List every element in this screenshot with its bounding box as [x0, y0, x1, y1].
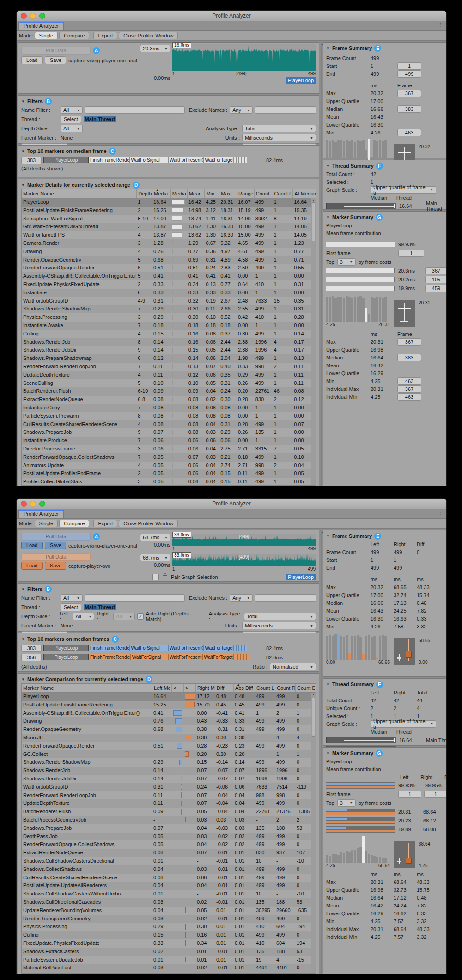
table-row[interactable]: UpdateDepthTexture40.110.120.060.350.294… — [22, 371, 316, 379]
frame-histogram[interactable] — [326, 633, 390, 660]
column-header[interactable]: Count D — [295, 684, 315, 692]
frame-jump-button[interactable]: 367 — [397, 385, 421, 393]
mode-single-button[interactable]: Single — [35, 520, 58, 527]
table-row[interactable]: PlayerLoop116.6416.424.2520.3116.0749911… — [22, 198, 316, 207]
load-right-button[interactable]: Load — [21, 562, 43, 570]
table-row[interactable]: Instantiate60.330.330.330.330.00110.00 — [22, 289, 316, 297]
exclude-mode[interactable]: Any — [230, 106, 253, 114]
help-badge-g[interactable]: G — [376, 214, 383, 221]
ratio-dropdown[interactable]: Normalized — [270, 663, 316, 670]
thread-scale-slider[interactable] — [326, 737, 396, 743]
table-row[interactable]: PostLateUpdate.ProfilerEndFrame20.050.06… — [22, 469, 316, 478]
table-row[interactable]: Shadows.PrepareJob90.070.080.030.290.261… — [22, 428, 316, 437]
column-header[interactable]: Min — [204, 189, 219, 198]
table-row[interactable]: PostLateUpdate.FinishFrameRendering15.25… — [22, 701, 316, 709]
selected-marker-chip[interactable]: PlayerLoop — [286, 77, 316, 84]
pull-data-right-button[interactable]: Pull Data — [21, 553, 91, 561]
frame-number-button[interactable]: 356 — [21, 654, 42, 661]
scroll-up-icon[interactable] — [311, 693, 316, 696]
top10-bar[interactable]: PlayerLoopFinishFrameRenderinWaitForSign… — [43, 645, 264, 652]
help-badge-c[interactable]: C — [112, 636, 119, 643]
pull-data-button[interactable]: Pull Data — [21, 47, 91, 55]
top10-segment[interactable]: PlayerLoop — [43, 654, 89, 660]
table-row[interactable]: CullResults.CreateSharedRendererScene0.0… — [22, 874, 316, 882]
table-row[interactable]: Render.TransparentGeometry0.030.02-0.010… — [22, 915, 316, 923]
exclude-input[interactable] — [255, 594, 316, 602]
table-row[interactable]: UpdateRendererBoundingVolumes0.040.050.0… — [22, 907, 316, 915]
top10-segment[interactable]: WaitForPresentOnG — [168, 157, 203, 163]
help-badge-d[interactable]: D — [133, 182, 140, 189]
column-header[interactable]: Abs Diff — [233, 684, 255, 692]
scrollbar-thumb[interactable] — [312, 697, 315, 737]
frame-jump-button[interactable]: 367 — [397, 90, 421, 97]
top10-bar[interactable]: PlayerLoopFinishFrameRenderingWaitForSig… — [43, 654, 264, 661]
top-n-dropdown[interactable]: 3 — [337, 258, 356, 266]
name-filter-mode[interactable]: All — [61, 106, 83, 114]
table-header[interactable]: Marker NameDepthMediaMediaMeanMinMaxRang… — [21, 189, 316, 198]
tab-profile-analyzer[interactable]: Profile Analyzer — [18, 22, 64, 30]
auto-right-checkbox[interactable] — [137, 613, 144, 620]
table-row[interactable]: Mono.JIT-0.300.300.30-44 — [22, 734, 316, 742]
load-button[interactable]: Load — [21, 56, 43, 64]
column-header[interactable]: Count — [254, 189, 273, 198]
tab-profile-analyzer[interactable]: Profile Analyzer — [18, 510, 64, 518]
table-row[interactable]: RenderForward.RenderLoopJob70.110.130.07… — [22, 363, 316, 371]
column-header[interactable]: Count L — [255, 684, 275, 692]
table-row[interactable]: Shadows.CollectShadows0.040.03-0.010.014… — [22, 865, 316, 874]
top10-segment[interactable]: FinishFrameRendering — [89, 654, 131, 660]
table-row[interactable]: Animators.Update40.050.060.042.742.71998… — [22, 462, 316, 470]
scroll-up-icon[interactable] — [311, 199, 316, 201]
column-header[interactable]: Range — [237, 189, 254, 198]
top10-segment[interactable]: WaitForSignal — [131, 654, 168, 660]
column-header[interactable]: < — [171, 684, 183, 692]
table-row[interactable]: GC.Collect-0.200.200.20-11 — [22, 750, 316, 759]
help-badge-b[interactable]: B — [45, 586, 52, 593]
mode-compare-button[interactable]: Compare — [59, 32, 89, 39]
top10-segment[interactable]: WaitForPresentOn — [168, 654, 202, 660]
range-dropdown[interactable]: 20.3ms — [140, 45, 170, 52]
table-row[interactable]: Shadows.CullShadowCastersWithoutUmbra0.0… — [22, 890, 316, 898]
top10-segment[interactable]: FinishFrameRenderin — [89, 157, 129, 163]
pull-data-left-button[interactable]: Pull Data — [21, 533, 91, 541]
frame-jump-button[interactable]: 463 — [397, 129, 421, 136]
table-row[interactable]: PostLateUpdate.FinishFrameRendering215.2… — [22, 207, 316, 215]
close-profiler-button[interactable]: Close Profiler Window — [119, 32, 178, 39]
help-badge-f[interactable]: F — [376, 681, 383, 688]
frame-jump-button[interactable]: 367 — [425, 267, 447, 274]
help-badge-e[interactable]: E — [374, 45, 381, 52]
table-row[interactable]: FixedUpdate.PhysicsFixedUpdate0.330.340.… — [22, 939, 316, 948]
save-left-button[interactable]: Save — [45, 542, 66, 549]
table-row[interactable]: CullResults.CreateSharedRendererScene40.… — [22, 420, 316, 429]
export-button[interactable]: Export — [93, 32, 117, 39]
top10-segment[interactable]: WaitForSignal — [129, 645, 168, 651]
frame-jump-button[interactable]: 463 — [397, 393, 421, 401]
table-row[interactable]: BatchRenderer.Flush0.090.05-0.040.042276… — [22, 808, 316, 816]
help-badge-a[interactable]: A — [93, 533, 100, 540]
table-row[interactable]: Shadows.PrepareShadowmap60.120.140.062.0… — [22, 354, 316, 363]
overflow-menu-icon[interactable] — [438, 22, 443, 28]
help-badge-e[interactable]: E — [374, 533, 381, 540]
table-row[interactable]: ParticleSystem.UpdateJob0.010.010.010.01… — [22, 956, 316, 964]
pair-graph-checkbox[interactable] — [152, 574, 159, 580]
frame-time-chart[interactable]: 16.0ms — [172, 44, 316, 71]
table-row[interactable]: PostLateUpdate.UpdateAllRenderers0.040.0… — [22, 882, 316, 890]
table-row[interactable]: Instantiate.Produce70.060.060.060.060.00… — [22, 437, 316, 445]
range-dropdown-left[interactable]: 68.7ms — [140, 534, 170, 541]
mode-compare-button[interactable]: Compare — [59, 520, 89, 527]
first-frame-button[interactable]: 1 — [398, 250, 424, 257]
table-row[interactable]: Profiler.CollectGlobalStats30.050.060.04… — [22, 478, 316, 486]
table-row[interactable]: Culling0.150.160.010.014994990 — [22, 931, 316, 939]
table-row[interactable]: Material.SetPassFast0.030.02-0.010.01449… — [22, 964, 316, 972]
table-row[interactable]: Physics.Processing0.290.300.010.01410604… — [22, 923, 316, 931]
title-bar[interactable]: Profile Analyzer — [17, 11, 446, 21]
table-row[interactable]: RenderForwardOpaque.Render0.510.28-0.230… — [22, 742, 316, 750]
collapse-icon[interactable] — [326, 534, 330, 538]
top10-segment[interactable]: WaitForTargetFPS — [204, 157, 234, 163]
table-row[interactable]: Shadows.RenderJob80.140.160.062.442.3819… — [22, 338, 316, 347]
collapse-icon[interactable] — [21, 183, 25, 187]
frame-jump-button[interactable]: 105 — [425, 276, 447, 283]
top10-segment[interactable]: WaitForTargetFPS — [204, 645, 234, 651]
help-badge-f[interactable]: F — [376, 163, 383, 170]
top10-bar[interactable]: PlayerLoopFinishFrameRenderinWaitForSign… — [43, 157, 264, 164]
top10-segment[interactable]: PlayerLoop — [43, 645, 89, 651]
